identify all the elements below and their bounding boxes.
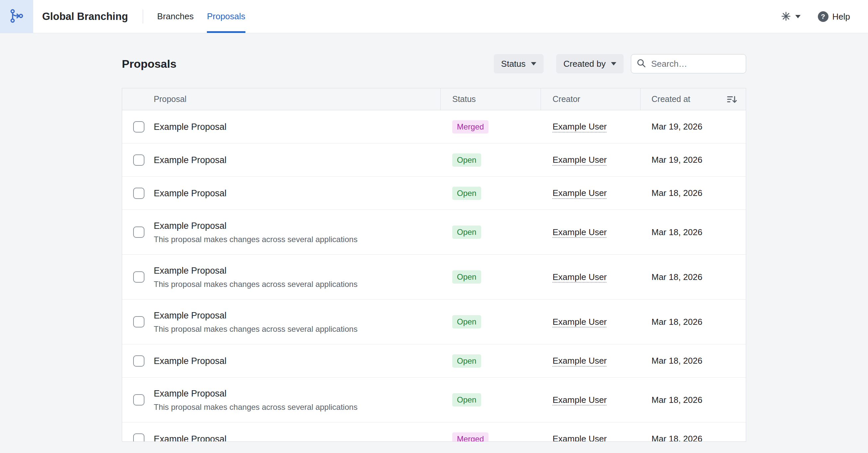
search-icon: [636, 58, 647, 70]
created-at: Mar 18, 2026: [651, 434, 702, 442]
row-checkbox[interactable]: [133, 227, 145, 238]
header-divider: [143, 10, 143, 24]
creator-link[interactable]: Example User: [553, 434, 607, 442]
top-nav: Branches Proposals: [157, 0, 245, 33]
proposal-subtitle: This proposal makes changes across sever…: [154, 401, 358, 413]
help-icon: ?: [818, 11, 829, 22]
row-checkbox[interactable]: [133, 316, 145, 328]
column-header-created-at[interactable]: Created at: [641, 88, 746, 110]
chevron-down-icon: [795, 15, 801, 18]
table-row[interactable]: Example Proposal Open Example User Mar 1…: [122, 177, 746, 210]
proposal-title: Example Proposal: [154, 187, 226, 200]
table-body: Example Proposal Merged Example User Mar…: [122, 110, 746, 442]
created-at: Mar 18, 2026: [651, 317, 702, 327]
app-header: Global Branching Branches Proposals ? He…: [0, 0, 868, 33]
table-row[interactable]: Example Proposal Merged Example User Mar…: [122, 110, 746, 144]
created-at: Mar 19, 2026: [651, 155, 702, 165]
creator-link[interactable]: Example User: [553, 272, 607, 282]
theme-toggle-button[interactable]: [781, 11, 801, 23]
status-badge: Open: [452, 270, 481, 283]
table-header-row: Proposal Status Creator Created at: [122, 88, 746, 110]
row-checkbox[interactable]: [133, 271, 145, 283]
created-by-filter-label: Created by: [563, 59, 606, 69]
status-badge: Merged: [452, 120, 489, 133]
row-checkbox[interactable]: [133, 355, 145, 367]
proposal-title: Example Proposal: [154, 309, 358, 322]
creator-link[interactable]: Example User: [553, 227, 607, 238]
branch-icon: [9, 8, 25, 25]
row-checkbox[interactable]: [133, 394, 145, 405]
creator-link[interactable]: Example User: [553, 188, 607, 198]
proposal-title: Example Proposal: [154, 354, 226, 368]
sort-descending-icon[interactable]: [726, 93, 738, 105]
page-title: Proposals: [122, 57, 176, 70]
table-row[interactable]: Example Proposal This proposal makes cha…: [122, 255, 746, 300]
table-row[interactable]: Example Proposal Open Example User Mar 1…: [122, 344, 746, 378]
proposal-subtitle: This proposal makes changes across sever…: [154, 324, 358, 335]
status-badge: Open: [452, 225, 481, 239]
app-logo[interactable]: [0, 0, 33, 33]
column-header-proposal[interactable]: Proposal: [122, 88, 441, 110]
created-at: Mar 18, 2026: [651, 356, 702, 366]
creator-link[interactable]: Example User: [553, 395, 607, 405]
created-at: Mar 18, 2026: [651, 188, 702, 198]
toolbar: Proposals Status Created by: [122, 54, 746, 74]
proposal-title: Example Proposal: [154, 387, 358, 400]
creator-link[interactable]: Example User: [553, 317, 607, 327]
tab-branches[interactable]: Branches: [157, 0, 194, 33]
tab-proposals[interactable]: Proposals: [207, 0, 245, 33]
table-row[interactable]: Example Proposal This proposal makes cha…: [122, 378, 746, 422]
created-at: Mar 19, 2026: [651, 122, 702, 132]
proposal-title: Example Proposal: [154, 264, 358, 277]
proposal-title: Example Proposal: [154, 120, 226, 133]
status-filter-label: Status: [501, 59, 526, 69]
row-checkbox[interactable]: [133, 121, 145, 132]
proposal-subtitle: This proposal makes changes across sever…: [154, 234, 358, 245]
creator-link[interactable]: Example User: [553, 356, 607, 366]
toolbar-actions: Status Created by: [494, 54, 746, 73]
column-header-status[interactable]: Status: [441, 88, 541, 110]
chevron-down-icon: [531, 62, 536, 65]
row-checkbox[interactable]: [133, 154, 145, 166]
help-button[interactable]: ? Help: [818, 11, 850, 22]
row-checkbox[interactable]: [133, 188, 145, 199]
table-row[interactable]: Example Proposal This proposal makes cha…: [122, 300, 746, 344]
theme-icon: [781, 11, 791, 23]
chevron-down-icon: [611, 62, 616, 65]
status-filter-button[interactable]: Status: [494, 54, 544, 73]
status-badge: Open: [452, 187, 481, 200]
creator-link[interactable]: Example User: [553, 122, 607, 132]
status-badge: Open: [452, 393, 481, 406]
status-badge: Open: [452, 354, 481, 368]
proposal-title: Example Proposal: [154, 153, 226, 167]
table-row[interactable]: Example Proposal Open Example User Mar 1…: [122, 144, 746, 177]
created-by-filter-button[interactable]: Created by: [556, 54, 624, 73]
created-at: Mar 18, 2026: [651, 272, 702, 282]
header-actions: ? Help: [781, 0, 850, 33]
search-box: [631, 54, 746, 73]
creator-link[interactable]: Example User: [553, 155, 607, 165]
app-title: Global Branching: [42, 11, 128, 23]
proposals-table: Proposal Status Creator Created at: [122, 88, 746, 442]
row-checkbox[interactable]: [133, 433, 145, 442]
main-content: Proposals Status Created by: [122, 33, 746, 442]
column-header-creator[interactable]: Creator: [541, 88, 641, 110]
status-badge: Merged: [452, 432, 489, 442]
search-input[interactable]: [651, 59, 741, 69]
created-at: Mar 18, 2026: [651, 395, 702, 405]
table-row[interactable]: Example Proposal Merged Example User Mar…: [122, 422, 746, 442]
proposal-title: Example Proposal: [154, 219, 358, 233]
created-at: Mar 18, 2026: [651, 227, 702, 238]
status-badge: Open: [452, 315, 481, 328]
help-label: Help: [833, 11, 850, 22]
table-row[interactable]: Example Proposal This proposal makes cha…: [122, 210, 746, 255]
status-badge: Open: [452, 153, 481, 167]
proposal-title: Example Proposal: [154, 432, 226, 442]
proposal-subtitle: This proposal makes changes across sever…: [154, 279, 358, 290]
